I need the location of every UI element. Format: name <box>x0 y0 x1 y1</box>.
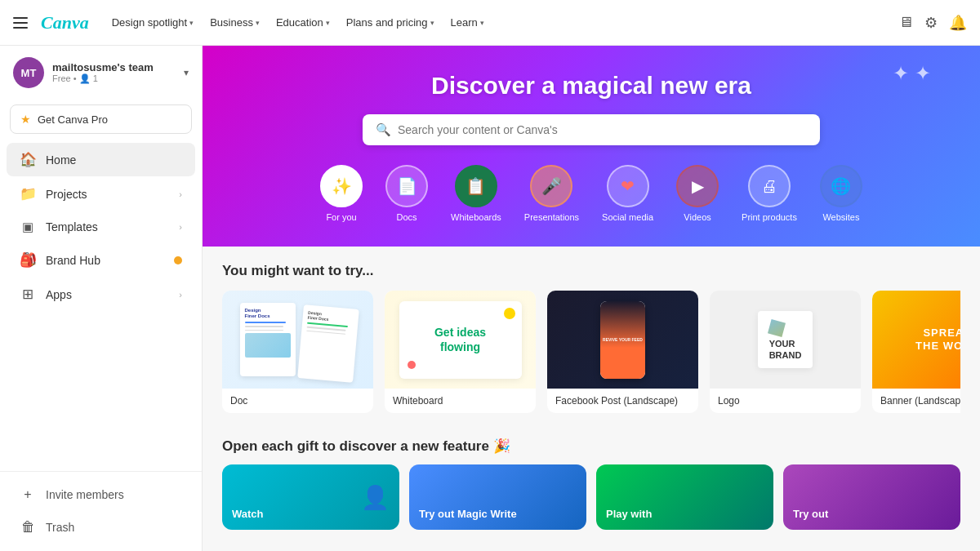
category-label: Websites <box>822 212 859 222</box>
gift-card-label: Watch <box>232 508 264 520</box>
topnav-left: Canva <box>13 12 89 33</box>
monitor-icon[interactable]: 🖥 <box>898 14 913 31</box>
card-label: Doc <box>222 389 373 413</box>
card-label: Whiteboard <box>385 389 536 413</box>
sidebar-item-home[interactable]: 🏠 Home <box>7 143 195 176</box>
category-label: Videos <box>684 212 710 222</box>
sidebar-item-projects[interactable]: 📁 Projects › <box>7 177 195 211</box>
for-you-icon: ✨ <box>320 165 363 207</box>
search-icon: 🔍 <box>376 122 391 137</box>
main-layout: MT mailtosusme's team Free • 👤 1 ▾ ★ Get… <box>0 46 980 551</box>
doc-mini-preview-2: DesignFiner Docs <box>297 304 359 383</box>
chevron-down-icon: ▾ <box>256 19 260 27</box>
sidebar-bottom: + Invite members 🗑 Trash <box>0 471 202 551</box>
gift-card-play[interactable]: Play with <box>596 464 773 530</box>
sidebar-item-label: Home <box>46 153 182 167</box>
chevron-down-icon: ▾ <box>480 19 484 27</box>
main-content: ✦ ✦ Discover a magical new era 🔍 ✨ For y… <box>203 46 980 551</box>
chevron-right-icon: › <box>179 222 182 232</box>
hero-title: Discover a magical new era <box>235 72 947 100</box>
category-print-products[interactable]: 🖨 Print products <box>742 165 797 222</box>
doc-card-image: DesignFiner Docs DesignFiner Docs <box>222 291 373 389</box>
logo-card-image: YOUR BRAND <box>710 291 861 389</box>
sidebar-navigation: 🏠 Home 📁 Projects › ▣ Templates › 🎒 Bran… <box>0 142 202 471</box>
team-info: mailtosusme's team Free • 👤 1 <box>52 61 176 84</box>
get-canva-pro-button[interactable]: ★ Get Canva Pro <box>10 104 192 134</box>
category-label: Whiteboards <box>451 212 501 222</box>
search-input[interactable] <box>398 123 807 136</box>
projects-icon: 📁 <box>20 185 36 202</box>
gift-card-watch[interactable]: 👤 Watch <box>222 464 399 530</box>
category-label: For you <box>326 212 356 222</box>
nav-item-design-spotlight[interactable]: Design spotlight ▾ <box>105 11 201 33</box>
websites-icon: 🌐 <box>820 165 862 207</box>
decorative-stars: ✦ ✦ <box>893 62 931 85</box>
chevron-down-icon: ▾ <box>184 67 189 78</box>
team-avatar: MT <box>13 57 44 88</box>
sidebar: MT mailtosusme's team Free • 👤 1 ▾ ★ Get… <box>0 46 203 551</box>
gift-cards-row: 👤 Watch Try out Magic Write Play with Tr… <box>222 464 960 530</box>
chevron-down-icon: ▾ <box>430 19 434 27</box>
nav-item-plans-pricing[interactable]: Plans and pricing ▾ <box>340 11 441 33</box>
hero-search-bar[interactable]: 🔍 <box>363 114 820 145</box>
card-label: Facebook Post (Landscape) <box>547 389 698 413</box>
suggestion-card-banner[interactable]: SPREADTHE WORD Banner (Landscape) <box>872 291 960 413</box>
category-presentations[interactable]: 🎤 Presentations <box>524 165 579 222</box>
badge-icon <box>174 256 182 264</box>
plus-icon: + <box>20 487 36 502</box>
print-products-icon: 🖨 <box>748 165 791 207</box>
whiteboards-icon: 📋 <box>455 165 497 207</box>
topnav-right: 🖥 ⚙ 🔔 <box>898 14 967 32</box>
nav-item-learn[interactable]: Learn ▾ <box>444 11 491 33</box>
suggestion-cards-row: DesignFiner Docs DesignFiner Docs <box>222 291 960 413</box>
sidebar-item-invite[interactable]: + Invite members <box>7 479 195 510</box>
category-websites[interactable]: 🌐 Websites <box>820 165 862 222</box>
doc-mini-preview: DesignFiner Docs <box>240 303 296 376</box>
team-switcher[interactable]: MT mailtosusme's team Free • 👤 1 ▾ <box>0 46 202 100</box>
facebook-card-image: REVIVE YOUR FEED <box>547 291 698 389</box>
sidebar-item-trash[interactable]: 🗑 Trash <box>7 511 195 544</box>
category-label: Social media <box>602 212 653 222</box>
suggestion-card-logo[interactable]: YOUR BRAND Logo <box>710 291 861 413</box>
settings-icon[interactable]: ⚙ <box>924 14 938 32</box>
topnav-menu: Design spotlight ▾ Business ▾ Education … <box>105 11 491 33</box>
sidebar-item-label: Invite members <box>46 488 182 501</box>
suggestions-section: You might want to try... DesignFiner Doc… <box>203 247 980 429</box>
card-label: Banner (Landscape) <box>872 389 960 413</box>
home-icon: 🏠 <box>20 151 36 168</box>
sidebar-item-brand-hub[interactable]: 🎒 Brand Hub <box>7 243 195 277</box>
gift-card-label: Try out <box>793 508 828 520</box>
notifications-icon[interactable]: 🔔 <box>949 14 967 32</box>
hamburger-menu-icon[interactable] <box>13 17 28 29</box>
brand-hub-icon: 🎒 <box>20 251 36 269</box>
chevron-right-icon: › <box>179 290 182 300</box>
sidebar-item-label: Trash <box>46 521 182 534</box>
gift-section-title: Open each gift to discover a new feature… <box>222 438 960 455</box>
presentations-icon: 🎤 <box>530 165 572 207</box>
category-label: Presentations <box>524 212 579 222</box>
category-videos[interactable]: ▶ Videos <box>676 165 719 222</box>
chevron-down-icon: ▾ <box>189 19 194 27</box>
sidebar-item-label: Projects <box>46 188 169 201</box>
suggestion-card-whiteboard[interactable]: Get ideasflowing Whiteboard <box>385 291 536 413</box>
suggestion-card-doc[interactable]: DesignFiner Docs DesignFiner Docs <box>222 291 373 413</box>
sidebar-item-apps[interactable]: ⊞ Apps › <box>7 278 195 311</box>
nav-item-business[interactable]: Business ▾ <box>203 11 266 33</box>
star-icon: ★ <box>20 113 31 126</box>
suggestion-card-facebook[interactable]: REVIVE YOUR FEED Facebook Post (Landscap… <box>547 291 698 413</box>
category-for-you[interactable]: ✨ For you <box>320 165 363 222</box>
sidebar-item-label: Brand Hub <box>46 254 164 267</box>
category-social-media[interactable]: ❤ Social media <box>602 165 653 222</box>
nav-item-education[interactable]: Education ▾ <box>270 11 336 33</box>
gift-section: Open each gift to discover a new feature… <box>203 429 980 546</box>
sidebar-item-templates[interactable]: ▣ Templates › <box>7 211 195 242</box>
canva-logo[interactable]: Canva <box>41 12 89 33</box>
team-subtitle: Free • 👤 1 <box>52 73 176 84</box>
category-icons: ✨ For you 📄 Docs 📋 Whiteboards <box>235 165 947 230</box>
category-docs[interactable]: 📄 Docs <box>385 165 428 222</box>
docs-icon: 📄 <box>385 165 428 207</box>
gift-card-label: Try out Magic Write <box>419 508 517 520</box>
category-whiteboards[interactable]: 📋 Whiteboards <box>451 165 501 222</box>
gift-card-try-out[interactable]: Try out <box>783 464 960 530</box>
gift-card-magic-write[interactable]: Try out Magic Write <box>409 464 586 530</box>
